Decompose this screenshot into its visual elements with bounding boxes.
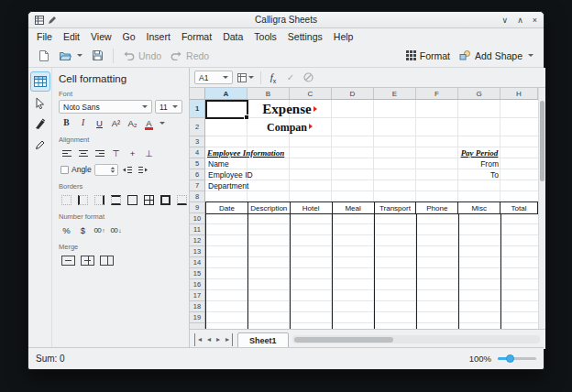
titlebar[interactable]: Calligra Sheets ∨ ∧ × (28, 12, 544, 28)
add-shape-button[interactable]: Add Shape (456, 48, 537, 64)
row-header-15[interactable]: 15 (190, 268, 204, 279)
border-outline-button[interactable] (125, 192, 140, 207)
column-header-d[interactable]: D (332, 88, 374, 99)
cell-name[interactable]: Name (208, 158, 229, 169)
increase-indent-button[interactable] (136, 162, 151, 177)
font-color-caret-icon[interactable] (160, 122, 165, 125)
minimize-button[interactable]: ∨ (502, 12, 509, 28)
cell-reference-box[interactable]: A1 (194, 71, 233, 84)
table-header-meal[interactable]: Meal (333, 202, 375, 213)
menu-file[interactable]: File (31, 30, 58, 43)
column-header-f[interactable]: F (416, 88, 458, 99)
border-none-button[interactable] (59, 192, 74, 207)
open-document-button[interactable] (55, 48, 86, 64)
cell-company[interactable]: Compan (248, 118, 332, 136)
column-header-a[interactable]: A (205, 88, 248, 99)
cell-list-button[interactable] (236, 71, 256, 85)
zoom-slider-knob[interactable] (506, 354, 514, 363)
table-header-phone[interactable]: Phone (416, 202, 458, 213)
border-thick-outline-button[interactable] (158, 192, 173, 207)
superscript-button[interactable]: A² (108, 115, 124, 130)
column-header-e[interactable]: E (374, 88, 416, 99)
spinbox-arrows[interactable] (110, 167, 116, 173)
table-header-misc[interactable]: Misc (458, 202, 500, 213)
merge-horizontal-button[interactable] (78, 253, 96, 267)
cell-to[interactable]: To (458, 169, 499, 180)
italic-button[interactable]: I (75, 115, 91, 130)
column-header-c[interactable]: C (290, 88, 332, 99)
previous-sheet-button[interactable]: ◂ (204, 333, 214, 346)
align-center-button[interactable] (75, 146, 91, 160)
cell-pay-period[interactable]: Pay Period (458, 147, 500, 158)
align-right-button[interactable] (92, 146, 107, 160)
angle-spinbox[interactable] (94, 164, 118, 176)
redo-button[interactable]: Redo (167, 48, 213, 64)
row-header-3[interactable]: 3 (190, 136, 204, 147)
border-right-button[interactable] (92, 192, 107, 207)
valign-top-button[interactable]: ⊤ (108, 146, 124, 160)
vertical-scrollbar[interactable] (538, 88, 545, 329)
row-header-1[interactable]: 1 (190, 100, 204, 118)
menu-go[interactable]: Go (117, 30, 141, 43)
formula-fx-button[interactable]: fx (266, 71, 280, 85)
valign-bottom-button[interactable]: ⊥ (141, 146, 157, 160)
menu-settings[interactable]: Settings (282, 30, 328, 43)
cell-department[interactable]: Department (208, 180, 248, 191)
horizontal-scrollbar[interactable] (292, 335, 540, 343)
increase-precision-button[interactable]: 00↑ (92, 223, 107, 237)
select-all-corner[interactable] (190, 88, 205, 100)
border-all-button[interactable] (141, 192, 157, 207)
cell-tool-button[interactable] (30, 71, 50, 92)
angle-checkbox[interactable] (60, 166, 69, 174)
font-family-select[interactable]: Noto Sans (59, 100, 152, 114)
menu-format[interactable]: Format (176, 30, 217, 43)
undo-button[interactable]: Undo (119, 48, 165, 64)
menu-help[interactable]: Help (328, 30, 359, 43)
row-header-4[interactable]: 4 (190, 147, 204, 158)
first-sheet-button[interactable]: ◂ (194, 333, 204, 346)
row-header-8[interactable]: 8 (190, 191, 204, 202)
font-size-select[interactable]: 11 (155, 100, 182, 114)
table-header-hotel[interactable]: Hotel (291, 202, 333, 213)
subscript-button[interactable]: A₂ (125, 115, 140, 130)
row-header-12[interactable]: 12 (190, 235, 204, 246)
border-left-button[interactable] (75, 192, 91, 207)
table-header-description[interactable]: Description (248, 202, 291, 213)
sheet-tab[interactable]: Sheet1 (237, 332, 289, 348)
maximize-button[interactable]: ∧ (517, 12, 523, 28)
valign-middle-button[interactable]: + (125, 146, 140, 160)
merge-cells-button[interactable] (59, 253, 77, 267)
row-header-10[interactable]: 10 (190, 213, 204, 224)
row-header-5[interactable]: 5 (190, 158, 204, 169)
save-button[interactable] (88, 47, 107, 64)
column-header-b[interactable]: B (248, 88, 290, 99)
next-sheet-button[interactable]: ▸ (214, 333, 223, 346)
font-color-button[interactable]: A (141, 115, 157, 130)
close-button[interactable]: × (533, 12, 537, 28)
horizontal-scrollbar-thumb[interactable] (294, 337, 393, 343)
unmerge-cells-button[interactable] (97, 253, 116, 267)
apply-button[interactable]: ✓ (283, 71, 298, 85)
border-bottom-button[interactable] (174, 192, 190, 207)
row-header-7[interactable]: 7 (190, 180, 204, 191)
menu-tools[interactable]: Tools (248, 30, 282, 43)
shape-selection-tool-button[interactable] (30, 93, 50, 113)
row-header-2[interactable]: 2 (190, 118, 204, 136)
row-header-6[interactable]: 6 (190, 169, 204, 180)
calligraphy-tool-button[interactable] (30, 114, 50, 134)
row-header-13[interactable]: 13 (190, 246, 204, 257)
percent-format-button[interactable]: % (59, 223, 74, 237)
align-left-button[interactable] (59, 146, 74, 160)
row-header-11[interactable]: 11 (190, 224, 204, 235)
table-header-date[interactable]: Date (206, 202, 248, 213)
zoom-slider[interactable] (498, 357, 536, 360)
format-button[interactable]: Format (402, 48, 454, 64)
new-document-button[interactable] (35, 47, 53, 65)
table-header-transport[interactable]: Transport (375, 202, 417, 213)
cell-employee-id[interactable]: Employee ID (208, 169, 253, 180)
column-header-h[interactable]: H (500, 88, 538, 99)
row-header-19[interactable]: 19 (190, 312, 204, 323)
row-header-18[interactable]: 18 (190, 301, 204, 312)
vertical-scrollbar-thumb[interactable] (540, 101, 544, 181)
cancel-button[interactable] (301, 71, 315, 85)
